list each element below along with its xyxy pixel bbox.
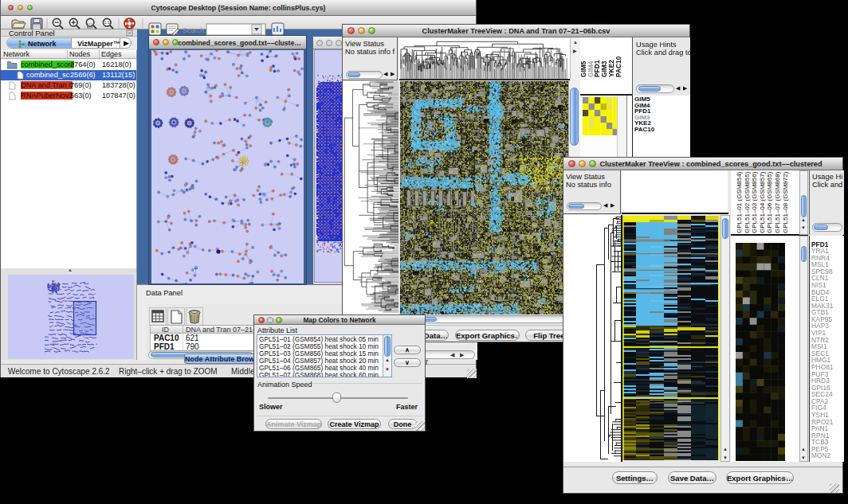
svg-text:GPL51–07 (GSM868): GPL51–07 (GSM868) <box>774 171 781 233</box>
svg-text:GPL51–04 (GSM857): GPL51–04 (GSM857) <box>759 171 766 233</box>
svg-text:MON2: MON2 <box>811 451 831 459</box>
svg-text:PAC10: PAC10 <box>614 56 622 77</box>
svg-text:1:1: 1:1 <box>104 20 110 25</box>
svg-text:Search:: Search: <box>183 26 206 34</box>
svg-text:GPL51–06 (GSM865): GPL51–06 (GSM865) <box>766 171 773 233</box>
svg-text:GPL51–08 (GSM872): GPL51–08 (GSM872) <box>782 171 789 233</box>
svg-text:GPL51–02 (GSM855): GPL51–02 (GSM855) <box>744 171 751 233</box>
svg-text:GPL51–01 (GSM854): GPL51–01 (GSM854) <box>736 171 743 233</box>
svg-text:GPL51–03 (GSM856): GPL51–03 (GSM856) <box>751 171 758 233</box>
